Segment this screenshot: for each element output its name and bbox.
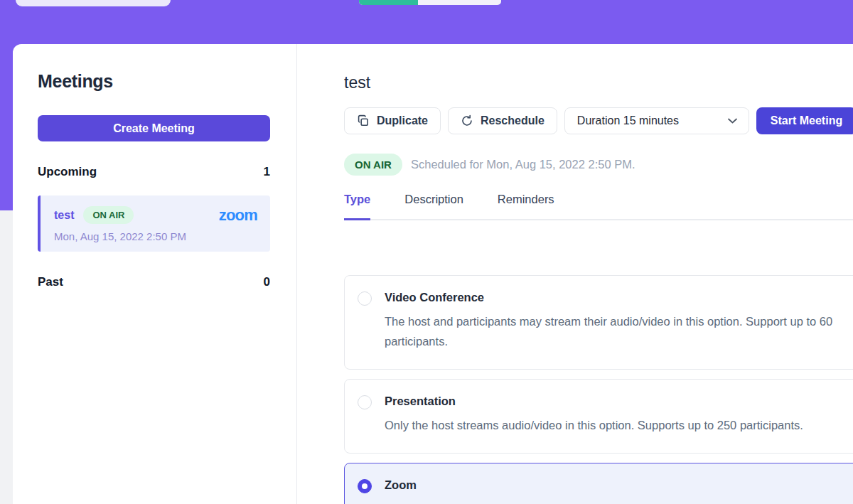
detail-tabs: Type Description Reminders	[344, 193, 853, 220]
upcoming-section-header[interactable]: Upcoming 1	[38, 165, 270, 179]
option-presentation[interactable]: Presentation Only the host streams audio…	[344, 379, 853, 454]
topbar-pill-partial	[16, 0, 171, 6]
option-description: Only the host streams audio/video in thi…	[385, 415, 803, 435]
chevron-down-icon	[728, 118, 737, 124]
scheduled-text: Scheduled for Mon, Aug 15, 2022 2:50 PM.	[411, 158, 635, 171]
duplicate-button[interactable]: Duplicate	[344, 107, 441, 134]
create-meeting-button[interactable]: Create Meeting	[38, 115, 270, 141]
meetings-sidebar: Meetings Create Meeting Upcoming 1 test …	[13, 44, 297, 504]
reschedule-label: Reschedule	[481, 114, 544, 127]
on-air-badge: ON AIR	[344, 154, 402, 176]
option-title: Video Conference	[385, 291, 849, 304]
progress-bar-fill	[359, 0, 418, 5]
past-count: 0	[264, 275, 270, 289]
meeting-title: test	[344, 73, 853, 92]
upcoming-label: Upcoming	[38, 165, 97, 179]
progress-bar	[359, 0, 501, 5]
meeting-item-datetime: Mon, Aug 15, 2022 2:50 PM	[54, 230, 257, 242]
start-meeting-button[interactable]: Start Meeting	[756, 107, 853, 134]
radio-unselected-icon[interactable]	[358, 395, 372, 409]
meeting-list-item[interactable]: test ON AIR zoom Mon, Aug 15, 2022 2:50 …	[38, 195, 270, 252]
tab-description[interactable]: Description	[404, 193, 463, 219]
duration-select[interactable]: Duration 15 minutes	[564, 107, 749, 134]
tab-reminders[interactable]: Reminders	[498, 193, 554, 219]
option-title: Presentation	[385, 395, 803, 408]
meeting-item-status-badge: ON AIR	[83, 206, 134, 224]
option-video-conference[interactable]: Video Conference The host and participan…	[344, 275, 853, 370]
past-section-header[interactable]: Past 0	[38, 275, 270, 289]
past-label: Past	[38, 275, 63, 289]
reschedule-button[interactable]: Reschedule	[448, 107, 557, 134]
option-description: The host and participants may stream the…	[385, 311, 849, 351]
radio-selected-icon[interactable]	[358, 479, 372, 493]
meeting-toolbar: Duplicate Reschedule Duration 15 minutes	[344, 107, 853, 134]
duration-value: Duration 15 minutes	[577, 114, 679, 127]
status-row: ON AIR Scheduled for Mon, Aug 15, 2022 2…	[344, 154, 853, 176]
reschedule-icon	[461, 114, 473, 127]
option-title: Zoom	[385, 478, 530, 492]
meeting-item-title: test	[54, 209, 74, 222]
option-zoom[interactable]: Zoom Host your meeting on Zoom	[344, 463, 853, 504]
zoom-logo: zoom	[219, 208, 257, 223]
sidebar-title: Meetings	[38, 71, 270, 92]
meeting-type-options: Video Conference The host and participan…	[344, 275, 853, 504]
duplicate-label: Duplicate	[377, 114, 428, 127]
tab-type[interactable]: Type	[344, 193, 370, 220]
upcoming-count: 1	[264, 165, 270, 179]
content-card: Meetings Create Meeting Upcoming 1 test …	[13, 44, 853, 504]
copy-icon	[357, 114, 370, 127]
option-description: Host your meeting on Zoom	[385, 499, 530, 504]
radio-unselected-icon[interactable]	[358, 291, 372, 306]
meeting-detail-panel: test Duplicate Reschedul	[297, 44, 853, 504]
